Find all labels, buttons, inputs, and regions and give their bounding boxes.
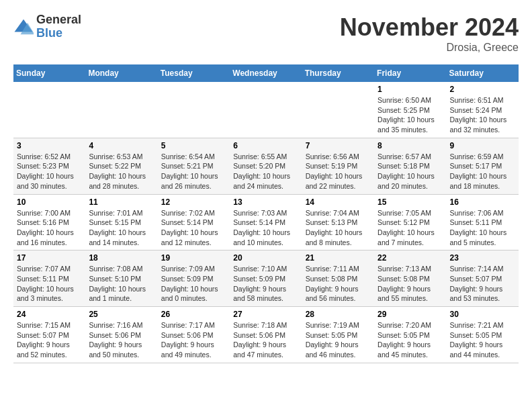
day-number: 14 xyxy=(306,197,371,207)
day-number: 7 xyxy=(306,141,371,150)
day-number: 30 xyxy=(450,310,516,319)
weekday-header: Sunday xyxy=(13,64,85,82)
calendar-table: SundayMondayTuesdayWednesdayThursdayFrid… xyxy=(13,64,519,363)
day-number: 22 xyxy=(378,253,443,263)
calendar-week-row: 1Sunrise: 6:50 AM Sunset: 5:25 PM Daylig… xyxy=(13,82,519,138)
logo-icon xyxy=(13,17,34,37)
day-info: Sunrise: 6:59 AM Sunset: 5:17 PM Dayligh… xyxy=(450,152,516,191)
weekday-header: Tuesday xyxy=(158,64,230,82)
calendar-cell xyxy=(85,82,157,138)
day-info: Sunrise: 6:51 AM Sunset: 5:24 PM Dayligh… xyxy=(450,95,516,135)
calendar-cell: 10Sunrise: 7:00 AM Sunset: 5:16 PM Dayli… xyxy=(13,194,85,250)
calendar-cell: 21Sunrise: 7:11 AM Sunset: 5:08 PM Dayli… xyxy=(302,250,374,307)
day-number: 25 xyxy=(89,310,154,319)
day-info: Sunrise: 7:20 AM Sunset: 5:05 PM Dayligh… xyxy=(378,320,443,360)
day-info: Sunrise: 7:06 AM Sunset: 5:11 PM Dayligh… xyxy=(450,208,516,248)
day-number: 4 xyxy=(89,141,154,150)
calendar-cell: 23Sunrise: 7:14 AM Sunset: 5:07 PM Dayli… xyxy=(447,250,519,307)
day-info: Sunrise: 6:55 AM Sunset: 5:20 PM Dayligh… xyxy=(233,152,299,191)
weekday-header: Friday xyxy=(374,64,446,82)
logo-general: General xyxy=(36,13,81,27)
day-info: Sunrise: 7:13 AM Sunset: 5:08 PM Dayligh… xyxy=(378,264,443,304)
day-info: Sunrise: 6:56 AM Sunset: 5:19 PM Dayligh… xyxy=(306,152,371,191)
calendar-cell: 14Sunrise: 7:04 AM Sunset: 5:13 PM Dayli… xyxy=(302,194,374,250)
logo-text: General Blue xyxy=(36,13,81,40)
day-number: 27 xyxy=(233,310,299,319)
day-number: 5 xyxy=(161,141,227,150)
day-info: Sunrise: 7:16 AM Sunset: 5:06 PM Dayligh… xyxy=(89,320,154,360)
calendar-week-row: 10Sunrise: 7:00 AM Sunset: 5:16 PM Dayli… xyxy=(13,194,519,250)
calendar-cell: 6Sunrise: 6:55 AM Sunset: 5:20 PM Daylig… xyxy=(230,138,302,194)
day-info: Sunrise: 6:54 AM Sunset: 5:21 PM Dayligh… xyxy=(161,152,227,191)
day-number: 1 xyxy=(378,85,443,94)
day-info: Sunrise: 7:02 AM Sunset: 5:14 PM Dayligh… xyxy=(161,208,227,248)
calendar-cell: 29Sunrise: 7:20 AM Sunset: 5:05 PM Dayli… xyxy=(374,307,446,363)
calendar-cell: 25Sunrise: 7:16 AM Sunset: 5:06 PM Dayli… xyxy=(85,307,157,363)
day-number: 26 xyxy=(161,310,227,319)
day-info: Sunrise: 6:57 AM Sunset: 5:18 PM Dayligh… xyxy=(378,152,443,191)
calendar-cell: 15Sunrise: 7:05 AM Sunset: 5:12 PM Dayli… xyxy=(374,194,446,250)
calendar-cell: 13Sunrise: 7:03 AM Sunset: 5:14 PM Dayli… xyxy=(230,194,302,250)
day-number: 17 xyxy=(17,253,83,263)
calendar-cell xyxy=(158,82,230,138)
calendar-cell: 3Sunrise: 6:52 AM Sunset: 5:23 PM Daylig… xyxy=(13,138,85,194)
calendar-cell xyxy=(230,82,302,138)
day-info: Sunrise: 7:10 AM Sunset: 5:09 PM Dayligh… xyxy=(233,264,299,304)
calendar-cell: 2Sunrise: 6:51 AM Sunset: 5:24 PM Daylig… xyxy=(447,82,519,138)
day-info: Sunrise: 7:08 AM Sunset: 5:10 PM Dayligh… xyxy=(89,264,154,304)
day-number: 29 xyxy=(378,310,443,319)
calendar-cell xyxy=(302,82,374,138)
day-info: Sunrise: 6:50 AM Sunset: 5:25 PM Dayligh… xyxy=(378,95,443,135)
day-number: 10 xyxy=(17,197,83,207)
day-info: Sunrise: 7:21 AM Sunset: 5:05 PM Dayligh… xyxy=(450,320,516,360)
calendar-cell: 19Sunrise: 7:09 AM Sunset: 5:09 PM Dayli… xyxy=(158,250,230,307)
weekday-header: Wednesday xyxy=(230,64,302,82)
day-number: 12 xyxy=(161,197,227,207)
logo-blue: Blue xyxy=(36,27,81,40)
calendar-cell: 7Sunrise: 6:56 AM Sunset: 5:19 PM Daylig… xyxy=(302,138,374,194)
calendar-cell: 28Sunrise: 7:19 AM Sunset: 5:05 PM Dayli… xyxy=(302,307,374,363)
day-info: Sunrise: 7:15 AM Sunset: 5:07 PM Dayligh… xyxy=(17,320,83,360)
day-number: 8 xyxy=(378,141,443,150)
day-number: 15 xyxy=(378,197,443,207)
day-number: 19 xyxy=(161,253,227,263)
day-number: 2 xyxy=(450,85,516,94)
location: Drosia, Greece xyxy=(340,42,519,54)
day-info: Sunrise: 7:04 AM Sunset: 5:13 PM Dayligh… xyxy=(306,208,371,248)
day-info: Sunrise: 7:18 AM Sunset: 5:06 PM Dayligh… xyxy=(233,320,299,360)
day-number: 20 xyxy=(233,253,299,263)
calendar-cell: 16Sunrise: 7:06 AM Sunset: 5:11 PM Dayli… xyxy=(447,194,519,250)
weekday-header: Saturday xyxy=(447,64,519,82)
calendar-cell: 1Sunrise: 6:50 AM Sunset: 5:25 PM Daylig… xyxy=(374,82,446,138)
day-info: Sunrise: 7:05 AM Sunset: 5:12 PM Dayligh… xyxy=(378,208,443,248)
day-info: Sunrise: 7:01 AM Sunset: 5:15 PM Dayligh… xyxy=(89,208,154,248)
calendar-cell: 9Sunrise: 6:59 AM Sunset: 5:17 PM Daylig… xyxy=(447,138,519,194)
day-info: Sunrise: 7:09 AM Sunset: 5:09 PM Dayligh… xyxy=(161,264,227,304)
calendar-week-row: 3Sunrise: 6:52 AM Sunset: 5:23 PM Daylig… xyxy=(13,138,519,194)
calendar-cell: 17Sunrise: 7:07 AM Sunset: 5:11 PM Dayli… xyxy=(13,250,85,307)
day-number: 9 xyxy=(450,141,516,150)
day-info: Sunrise: 7:14 AM Sunset: 5:07 PM Dayligh… xyxy=(450,264,516,304)
calendar-cell: 8Sunrise: 6:57 AM Sunset: 5:18 PM Daylig… xyxy=(374,138,446,194)
day-info: Sunrise: 6:53 AM Sunset: 5:22 PM Dayligh… xyxy=(89,152,154,191)
calendar-cell: 20Sunrise: 7:10 AM Sunset: 5:09 PM Dayli… xyxy=(230,250,302,307)
day-number: 16 xyxy=(450,197,516,207)
day-number: 13 xyxy=(233,197,299,207)
calendar-cell: 22Sunrise: 7:13 AM Sunset: 5:08 PM Dayli… xyxy=(374,250,446,307)
day-number: 23 xyxy=(450,253,516,263)
day-number: 21 xyxy=(306,253,371,263)
weekday-header-row: SundayMondayTuesdayWednesdayThursdayFrid… xyxy=(13,64,519,82)
day-number: 11 xyxy=(89,197,154,207)
calendar-cell: 26Sunrise: 7:17 AM Sunset: 5:06 PM Dayli… xyxy=(158,307,230,363)
weekday-header: Thursday xyxy=(302,64,374,82)
calendar-cell xyxy=(13,82,85,138)
logo: General Blue xyxy=(13,13,81,40)
calendar-cell: 4Sunrise: 6:53 AM Sunset: 5:22 PM Daylig… xyxy=(85,138,157,194)
month-title: November 2024 xyxy=(340,13,519,42)
calendar-week-row: 24Sunrise: 7:15 AM Sunset: 5:07 PM Dayli… xyxy=(13,307,519,363)
day-number: 3 xyxy=(17,141,83,150)
day-number: 28 xyxy=(306,310,371,319)
day-info: Sunrise: 7:00 AM Sunset: 5:16 PM Dayligh… xyxy=(17,208,83,248)
day-info: Sunrise: 6:52 AM Sunset: 5:23 PM Dayligh… xyxy=(17,152,83,191)
calendar-cell: 24Sunrise: 7:15 AM Sunset: 5:07 PM Dayli… xyxy=(13,307,85,363)
